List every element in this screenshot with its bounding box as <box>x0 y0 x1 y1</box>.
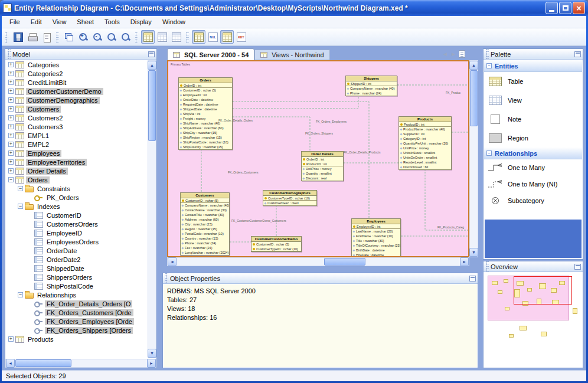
tree-expander[interactable]: + <box>8 133 14 138</box>
palette-item-subcategory[interactable]: Subcategory <box>484 192 582 209</box>
tree-item-label[interactable]: OrderDate2 <box>45 256 82 263</box>
title-bar[interactable]: Entity Relationship Diagram - C:\Documen… <box>0 0 588 16</box>
tree-item-label[interactable]: Products <box>26 336 55 343</box>
entity-table[interactable]: OrdersOrderID : intCustomerID : nchar (5… <box>178 77 233 150</box>
show-fk-button[interactable]: KEY <box>234 30 248 44</box>
palette-item-one-to-many-ni-[interactable]: One to Many (NI) <box>484 176 582 192</box>
tree-item-label[interactable]: CustomersOrders <box>45 221 100 228</box>
relationship-line[interactable] <box>425 169 468 230</box>
toolbar-grip[interactable] <box>5 31 8 43</box>
tree-item-label[interactable]: Employees <box>26 150 61 157</box>
tree-item-label[interactable]: Customers3 <box>26 123 64 130</box>
sheet-tab[interactable]: SQL Server 2000 - 54 <box>167 48 254 60</box>
tree-item-label[interactable]: CustomerID <box>45 212 83 219</box>
tree-expander[interactable]: + <box>8 124 14 129</box>
prev-sheet-arrow-icon[interactable]: ◄ <box>442 51 448 57</box>
tree-expander[interactable]: + <box>8 97 14 103</box>
tree-item-label[interactable]: FK_Orders_Customers [Orde <box>45 309 133 316</box>
palette-item-view[interactable]: View <box>484 91 582 110</box>
print-preview-button[interactable] <box>40 30 53 44</box>
canvas-horizontal-scrollbar[interactable]: ◄ ► <box>167 257 469 266</box>
sheet-tab[interactable]: Views - Northwind <box>254 50 329 60</box>
tree-item-label[interactable]: ShipPostalCode <box>45 283 95 290</box>
tree-expander[interactable]: + <box>8 150 14 156</box>
tree-item-label[interactable]: Relationships <box>35 292 78 299</box>
tree-item-label[interactable]: CreditLimitBit <box>26 79 68 86</box>
undock-panel-icon[interactable] <box>574 51 581 57</box>
palette-item-one-to-many[interactable]: One to Many <box>484 159 582 176</box>
entity-table[interactable]: CustomerDemographicsCustomerTypeID : nch… <box>263 190 317 206</box>
tree-expander[interactable]: − <box>18 204 23 209</box>
entity-table[interactable]: ShippersShipperID : intCompanyName : nva… <box>345 76 397 96</box>
tree-item-label[interactable]: FK_Orders_Shippers [Orders <box>45 327 133 334</box>
collapse-icon[interactable]: − <box>486 150 492 156</box>
entity-table[interactable]: CustomersCustomerID : nchar (5)CompanyNa… <box>180 192 230 256</box>
palette-section-relationships[interactable]: −Relationships <box>484 148 582 159</box>
show-keys-button[interactable] <box>220 30 234 44</box>
menu-sheet[interactable]: Sheet <box>71 17 99 27</box>
show-columns-button[interactable] <box>155 30 169 44</box>
panel-grip[interactable] <box>165 273 168 283</box>
scroll-right-button[interactable]: ► <box>147 359 156 368</box>
tree-item-label[interactable]: Categories2 <box>26 70 64 77</box>
tree-item-label[interactable]: Orders <box>26 176 50 184</box>
overview-body[interactable] <box>484 273 582 367</box>
menu-window[interactable]: Window <box>157 17 191 27</box>
toolbar-grip[interactable] <box>135 31 138 43</box>
tree-item-label[interactable]: EmployeeID <box>45 230 84 237</box>
menu-view[interactable]: View <box>47 17 72 27</box>
tree-item-label[interactable]: CustomerDemographics <box>26 97 100 104</box>
show-datatypes-button[interactable] <box>192 30 205 44</box>
scrollbar-thumb[interactable] <box>148 70 156 141</box>
scroll-up-button[interactable]: ▲ <box>469 61 478 70</box>
diagram-canvas[interactable]: Primary Tables OrdersOrderID : intCustom… <box>167 60 469 257</box>
scroll-down-button[interactable]: ▼ <box>469 248 478 257</box>
tree-vertical-scrollbar[interactable]: ▲ ▼ <box>148 60 156 358</box>
tree-item-label[interactable]: ShippersOrders <box>45 274 94 281</box>
scrollbar-thumb[interactable] <box>15 359 71 367</box>
arrange-windows-button[interactable] <box>62 30 76 44</box>
tree-item-label[interactable]: FK_Order_Details_Orders [O <box>45 300 132 307</box>
zoom-in-button[interactable]: + <box>76 30 90 44</box>
collapse-icon[interactable]: − <box>486 63 492 68</box>
palette-item-region[interactable]: Region <box>484 129 582 148</box>
panel-grip[interactable] <box>7 49 11 59</box>
zoom-actual-button[interactable] <box>104 30 118 44</box>
tree-item-label[interactable]: OrderDate <box>45 247 79 254</box>
show-nullable-button[interactable]: NUL <box>206 30 220 44</box>
show-rows-button[interactable] <box>169 30 183 44</box>
toolbar-grip[interactable] <box>186 31 189 43</box>
minimize-button[interactable] <box>545 2 558 14</box>
scroll-up-button[interactable]: ▲ <box>148 61 156 70</box>
tree-item-label[interactable]: Customers2 <box>26 114 64 122</box>
print-button[interactable] <box>25 30 39 44</box>
show-grid-button[interactable] <box>141 30 155 44</box>
entity-table[interactable]: EmployeesEmployeeID : intLastName : nvar… <box>351 218 401 257</box>
tree-expander[interactable]: − <box>8 177 14 182</box>
undock-panel-icon[interactable] <box>574 264 581 270</box>
scrollbar-thumb[interactable] <box>470 70 478 126</box>
scroll-right-button[interactable]: ► <box>460 257 469 266</box>
scrollbar-thumb[interactable] <box>324 258 365 266</box>
undock-panel-icon[interactable] <box>148 51 155 57</box>
minimap-viewport[interactable] <box>514 276 572 305</box>
zoom-fit-button[interactable] <box>119 30 132 44</box>
tree-item-label[interactable]: PK_Orders <box>45 194 80 201</box>
tree-item-label[interactable]: ShippedDate <box>45 265 86 272</box>
save-button[interactable] <box>11 30 25 44</box>
tree-item-label[interactable]: CustomerCustomerDemo <box>26 88 103 95</box>
tree-item-label[interactable]: EmployeesOrders <box>45 238 100 245</box>
tree-expander[interactable]: + <box>8 106 14 112</box>
tree-item-label[interactable]: EMPL2 <box>26 141 51 148</box>
tree-expander[interactable]: + <box>8 62 14 67</box>
undock-panel-icon[interactable] <box>469 276 476 281</box>
scroll-left-button[interactable]: ◄ <box>168 257 177 266</box>
panel-grip[interactable] <box>485 261 489 271</box>
tree-expander[interactable]: + <box>8 336 14 342</box>
tree-expander[interactable]: + <box>8 115 14 120</box>
tree-item-label[interactable]: FK_Orders_Employees [Orde <box>45 318 134 325</box>
maximize-button[interactable] <box>559 2 571 14</box>
tree-expander[interactable]: − <box>18 186 23 191</box>
tree-item-label[interactable]: Indexes <box>35 203 62 210</box>
next-sheet-arrow-icon[interactable]: ► <box>450 51 456 57</box>
